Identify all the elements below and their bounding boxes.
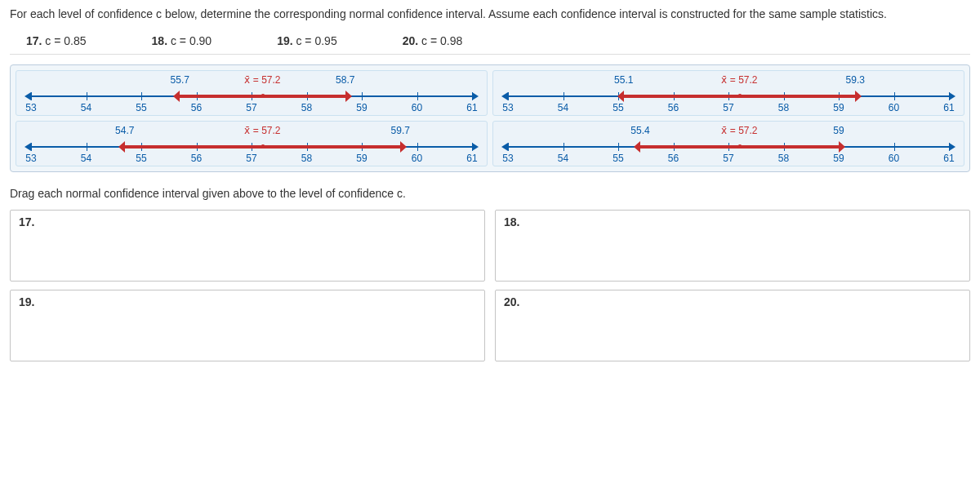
drop-grid: 17. 18. 19. 20. [10,210,970,361]
drop-zone-19[interactable]: 19. [10,290,485,361]
tick-label: 55 [136,153,146,164]
instruction-text: Drag each normal confidence interval giv… [10,187,970,200]
tick-label: 53 [502,153,513,164]
tick-label: 54 [81,153,91,164]
ci-low-label: 55.4 [630,125,649,136]
tick-label: 61 [943,153,954,164]
interval-card[interactable]: 53545556575859606155.459x̄ = 57.2 [492,121,964,166]
tick-label: 57 [723,153,733,164]
drop-zone-20[interactable]: 20. [495,290,970,361]
tick-label: 59 [833,153,844,164]
option-19: 19. c = 0.95 [277,34,337,47]
tick-label: 60 [889,102,899,113]
ci-low-label: 55.1 [614,74,633,86]
tick-label: 58 [301,102,312,113]
option-20: 20. c = 0.98 [403,34,463,47]
tick-label: 61 [943,102,954,113]
tick-label: 56 [191,102,202,113]
ci-mean-label: x̄ = 57.2 [721,74,757,86]
interval-card[interactable]: 53545556575859606154.759.7x̄ = 57.2 [16,121,488,166]
option-17: 17. c = 0.85 [26,34,87,47]
drop-zone-17[interactable]: 17. [10,210,485,282]
ci-high-label: 59.7 [391,125,410,136]
ci-high-label: 59 [833,125,844,136]
ci-mean-label: x̄ = 57.2 [721,125,757,136]
ci-low-label: 55.7 [171,74,189,86]
tick-label: 58 [301,153,312,164]
tick-label: 61 [466,153,477,164]
tick-label: 53 [502,102,513,113]
tick-label: 60 [412,153,422,164]
tick-label: 55 [612,102,623,113]
tick-label: 53 [25,153,36,164]
ci-high-label: 58.7 [336,74,354,86]
ci-high-label: 59.3 [846,74,865,86]
tick-label: 59 [356,153,367,164]
tick-label: 59 [833,102,844,113]
tick-label: 54 [558,153,568,164]
tick-label: 56 [668,153,679,164]
tick-label: 54 [558,102,568,113]
tick-label: 56 [668,102,679,113]
interval-card[interactable]: 53545556575859606155.758.7x̄ = 57.2 [16,70,488,116]
tick-label: 57 [246,102,256,113]
tick-label: 61 [466,102,477,113]
ci-mean-label: x̄ = 57.2 [244,125,280,136]
option-18: 18. c = 0.90 [152,34,212,47]
tick-label: 55 [612,153,623,164]
tick-label: 58 [778,102,789,113]
source-panel: 53545556575859606155.758.7x̄ = 57.253545… [10,64,970,172]
tick-label: 58 [778,153,789,164]
tick-label: 59 [356,102,367,113]
tick-label: 60 [889,153,899,164]
question-text: For each level of confidence c below, de… [10,7,970,23]
tick-label: 54 [81,102,91,113]
tick-label: 57 [246,153,256,164]
ci-mean-label: x̄ = 57.2 [244,74,280,86]
tick-label: 56 [191,153,202,164]
tick-label: 57 [723,102,733,113]
options-row: 17. c = 0.85 18. c = 0.90 19. c = 0.95 2… [10,34,970,55]
drop-zone-18[interactable]: 18. [495,210,970,282]
tick-label: 53 [25,102,36,113]
interval-card[interactable]: 53545556575859606155.159.3x̄ = 57.2 [492,70,964,116]
tick-label: 55 [136,102,146,113]
ci-low-label: 54.7 [115,125,134,136]
tick-label: 60 [412,102,422,113]
